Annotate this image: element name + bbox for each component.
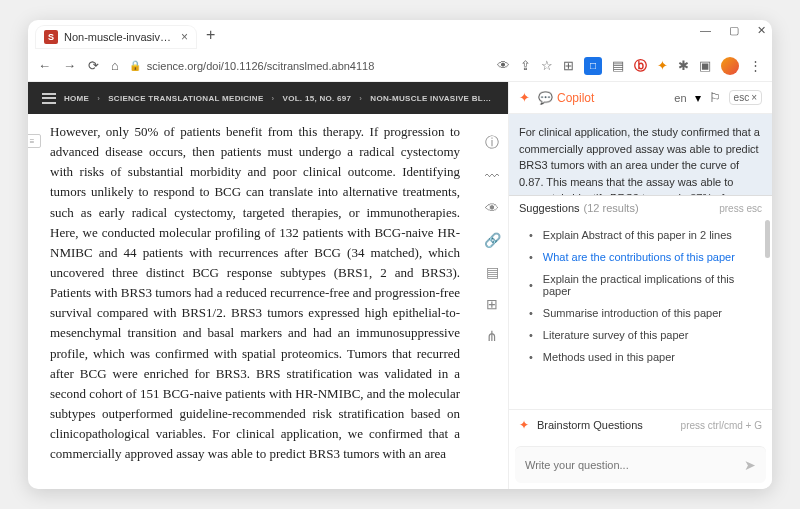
send-icon[interactable]: ➤ (744, 457, 756, 473)
profile-avatar[interactable] (721, 57, 739, 75)
copilot-label[interactable]: 💬Copilot (538, 91, 666, 105)
brainstorm-button[interactable]: Brainstorm Questions (537, 419, 681, 431)
breadcrumb-title: NON-MUSCLE INVASIVE BLADDER CANCER M... (370, 94, 494, 103)
ext-icon-4[interactable]: ✦ (657, 58, 668, 73)
favicon: S (44, 30, 58, 44)
reload-icon[interactable]: ⟳ (88, 58, 99, 73)
suggestion-item[interactable]: Summarise introduction of this paper (529, 302, 772, 324)
menu-dots-icon[interactable]: ⋮ (749, 58, 762, 73)
sparkle-icon: ✦ (519, 90, 530, 105)
url-field[interactable]: 🔒 science.org/doi/10.1126/scitranslmed.a… (129, 60, 487, 72)
bookmark-icon[interactable]: ⚐ (709, 90, 721, 105)
home-icon[interactable]: ⌂ (111, 58, 119, 73)
language-selector[interactable]: en (674, 92, 686, 104)
question-input-box[interactable]: ➤ (515, 446, 766, 483)
suggestions-count: (12 results) (584, 202, 720, 214)
back-icon[interactable]: ← (38, 58, 51, 73)
minimize-icon[interactable]: — (700, 24, 711, 37)
suggestion-item[interactable]: Explain Abstract of this paper in 2 line… (529, 224, 772, 246)
link-icon[interactable]: 🔗 (484, 232, 501, 248)
ext-icon-5[interactable]: ▣ (699, 58, 711, 73)
suggestion-item[interactable]: What are the contributions of this paper (529, 246, 772, 268)
ext-icon-3[interactable]: ⓑ (634, 57, 647, 75)
ext-icon-2[interactable]: ▤ (612, 58, 624, 73)
tab-title: Non-muscle-invasive bladder c... (64, 31, 175, 43)
window-titlebar: S Non-muscle-invasive bladder c... × + —… (28, 20, 772, 50)
maximize-icon[interactable]: ▢ (729, 24, 739, 37)
suggestion-item[interactable]: Literature survey of this paper (529, 324, 772, 346)
suggestion-item[interactable]: Explain the practical implications of th… (529, 268, 772, 302)
hamburger-icon[interactable] (42, 93, 56, 104)
trend-icon[interactable]: 〰 (485, 168, 499, 184)
site-header: HOME › SCIENCE TRANSLATIONAL MEDICINE › … (28, 82, 508, 114)
share-icon[interactable]: ⇪ (520, 58, 531, 73)
dice-icon[interactable]: ⊞ (563, 58, 574, 73)
sparkle-icon: ✦ (519, 418, 529, 432)
grid-icon[interactable]: ⊞ (486, 296, 498, 312)
eye-off-icon[interactable]: 👁 (497, 58, 510, 73)
question-input[interactable] (525, 459, 736, 471)
article-text: However, only 50% of patients benefit fr… (40, 114, 476, 489)
scrollbar[interactable] (765, 220, 770, 258)
breadcrumb-journal[interactable]: SCIENCE TRANSLATIONAL MEDICINE (108, 94, 263, 103)
copilot-sidebar: ✦ 💬Copilot en ▾ ⚐ esc× For clinical appl… (508, 82, 772, 489)
share-alt-icon[interactable]: ⋔ (486, 328, 498, 344)
forward-icon[interactable]: → (63, 58, 76, 73)
close-tab-icon[interactable]: × (181, 30, 188, 44)
suggestion-item[interactable]: Methods used in this paper (529, 346, 772, 368)
suggestions-label: Suggestions (519, 202, 580, 214)
puzzle-icon[interactable]: ✱ (678, 58, 689, 73)
new-tab-button[interactable]: + (206, 26, 215, 44)
url-text: science.org/doi/10.1126/scitranslmed.abn… (147, 60, 374, 72)
view-icon[interactable]: 👁 (485, 200, 499, 216)
browser-tab[interactable]: S Non-muscle-invasive bladder c... × (36, 26, 196, 48)
star-icon[interactable]: ☆ (541, 58, 553, 73)
press-esc-hint: press esc (719, 203, 762, 214)
esc-button[interactable]: esc× (729, 90, 762, 105)
breadcrumb-issue[interactable]: VOL. 15, NO. 697 (283, 94, 352, 103)
breadcrumb-home[interactable]: HOME (64, 94, 89, 103)
summary-panel: For clinical application, the study conf… (509, 114, 772, 196)
suggestions-list: Explain Abstract of this paper in 2 line… (509, 220, 772, 409)
info-icon[interactable]: ⓘ (485, 134, 499, 152)
ext-icon-1[interactable]: □ (584, 57, 602, 75)
close-window-icon[interactable]: ✕ (757, 24, 766, 37)
brainstorm-shortcut: press ctrl/cmd + G (681, 420, 762, 431)
address-bar: ← → ⟳ ⌂ 🔒 science.org/doi/10.1126/scitra… (28, 50, 772, 82)
lock-icon: 🔒 (129, 60, 141, 71)
doc-icon[interactable]: ▤ (486, 264, 499, 280)
